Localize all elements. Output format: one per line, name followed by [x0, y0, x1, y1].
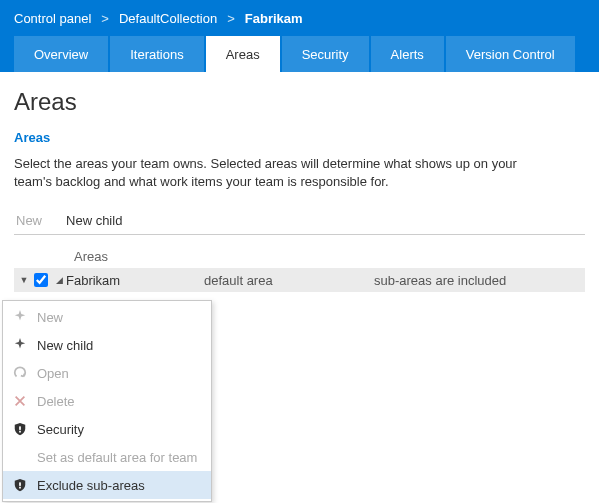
breadcrumb-root[interactable]: Control panel: [14, 11, 91, 26]
svg-rect-0: [19, 426, 21, 430]
page-description: Select the areas your team owns. Selecte…: [14, 155, 554, 191]
menu-item-label: New child: [37, 338, 93, 353]
menu-item-label: Delete: [37, 394, 75, 409]
menu-item-set-default[interactable]: Set as default area for team: [3, 443, 211, 471]
menu-item-label: Set as default area for team: [37, 450, 197, 465]
expander-icon[interactable]: ▼: [18, 275, 30, 285]
shield-icon: [11, 422, 29, 436]
menu-item-label: Exclude sub-areas: [37, 478, 145, 493]
menu-item-label: New: [37, 310, 63, 325]
menu-item-open[interactable]: Open: [3, 359, 211, 387]
sparkle-icon: [11, 310, 29, 324]
tab-alerts[interactable]: Alerts: [371, 36, 444, 72]
grid-header-areas: Areas: [14, 245, 585, 268]
toolbar-new-child[interactable]: New child: [66, 213, 122, 228]
tab-iterations[interactable]: Iterations: [110, 36, 203, 72]
tab-overview[interactable]: Overview: [14, 36, 108, 72]
tree-expander-icon[interactable]: ◢: [52, 275, 66, 285]
section-title: Areas: [14, 130, 585, 145]
menu-item-label: Security: [37, 422, 84, 437]
menu-item-new[interactable]: New: [3, 303, 211, 331]
tab-areas[interactable]: Areas: [206, 36, 280, 72]
svg-rect-3: [19, 487, 21, 489]
tab-version-control[interactable]: Version Control: [446, 36, 575, 72]
row-checkbox-wrap: [30, 273, 52, 287]
menu-item-new-child[interactable]: New child: [3, 331, 211, 359]
svg-rect-1: [19, 431, 21, 433]
row-subareas-label: sub-areas are included: [374, 273, 585, 288]
page-title: Areas: [14, 88, 585, 116]
menu-item-exclude-subareas[interactable]: Exclude sub-areas: [3, 471, 211, 499]
table-row[interactable]: ▼ ◢ Fabrikam default area sub-areas are …: [14, 268, 585, 292]
svg-rect-2: [19, 482, 21, 486]
row-default-label: default area: [204, 273, 374, 288]
menu-item-delete[interactable]: Delete: [3, 387, 211, 415]
menu-item-security[interactable]: Security: [3, 415, 211, 443]
delete-x-icon: [11, 394, 29, 408]
breadcrumb: Control panel > DefaultCollection > Fabr…: [0, 0, 599, 36]
breadcrumb-collection[interactable]: DefaultCollection: [119, 11, 217, 26]
row-checkbox[interactable]: [34, 273, 48, 287]
context-menu: New New child Open Delete Security Set a…: [2, 300, 212, 502]
toolbar: New New child: [14, 209, 585, 235]
tab-security[interactable]: Security: [282, 36, 369, 72]
page-body: Areas Areas Select the areas your team o…: [0, 72, 599, 292]
toolbar-new[interactable]: New: [16, 213, 42, 228]
breadcrumb-project[interactable]: Fabrikam: [245, 11, 303, 26]
chevron-right-icon: >: [101, 11, 109, 26]
sparkle-icon: [11, 338, 29, 352]
shield-alert-icon: [11, 478, 29, 492]
chevron-right-icon: >: [227, 11, 235, 26]
row-area-name: Fabrikam: [66, 273, 204, 288]
open-arrow-icon: [11, 366, 29, 380]
tab-bar: Overview Iterations Areas Security Alert…: [0, 36, 599, 72]
menu-item-label: Open: [37, 366, 69, 381]
